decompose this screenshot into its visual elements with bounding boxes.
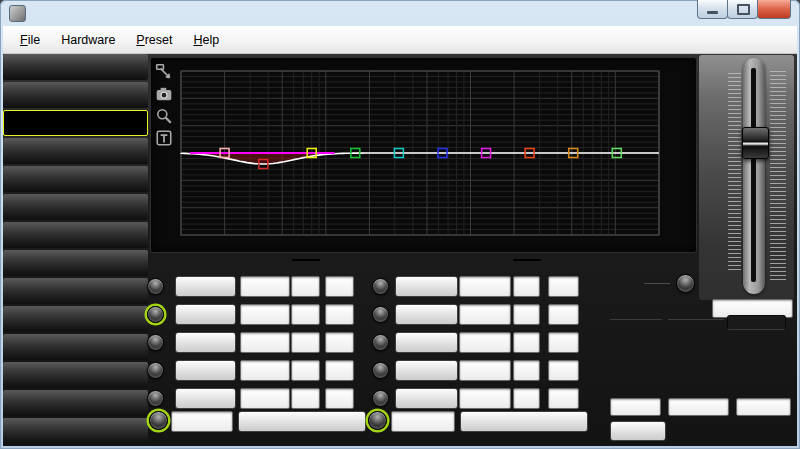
gain-fader-panel (699, 55, 794, 300)
eq-graph-panel (150, 57, 697, 253)
sidebar-item-in-3[interactable] (3, 166, 148, 192)
fader-groove (751, 68, 756, 282)
eq-l2-type-select[interactable] (175, 304, 236, 325)
delay-unit-select[interactable] (610, 421, 666, 441)
eq-r5-type-select[interactable] (395, 388, 458, 409)
eq-r3-freq-field[interactable] (459, 332, 511, 353)
eq-r1-q-field[interactable] (513, 276, 540, 297)
eq-l5-on-button[interactable] (147, 390, 164, 407)
eq-l5-type-select[interactable] (175, 388, 236, 409)
eq-l4-gain-field[interactable] (325, 360, 354, 381)
eq-l3-freq-field[interactable] (240, 332, 290, 353)
eq-r3-on-button[interactable] (372, 334, 389, 351)
limiter-threshold-display[interactable] (668, 398, 729, 416)
close-button[interactable] (757, 0, 791, 19)
fader-track[interactable] (743, 58, 765, 294)
eq-l2-gain-field[interactable] (325, 304, 354, 325)
eq-r2-freq-field[interactable] (459, 304, 511, 325)
lpf-freq-field[interactable] (391, 411, 455, 432)
eq-l3-gain-field[interactable] (325, 332, 354, 353)
eq-l5-freq-field[interactable] (240, 388, 290, 409)
eq-l4-freq-field[interactable] (240, 360, 290, 381)
title-bar[interactable] (0, 0, 800, 26)
menu-item-hardware[interactable]: Hardware (52, 29, 124, 51)
eq-r2-gain-field[interactable] (548, 304, 579, 325)
eq-r2-q-field[interactable] (513, 304, 540, 325)
eq-r3-gain-field[interactable] (548, 332, 579, 353)
eq-l4-type-select[interactable] (175, 360, 236, 381)
eq-l2-freq-field[interactable] (240, 304, 290, 325)
eq-l4-q-field[interactable] (291, 360, 320, 381)
eq-l4-on-button[interactable] (147, 362, 164, 379)
eq-l1-type-select[interactable] (175, 276, 236, 297)
eq-plot[interactable] (151, 58, 696, 252)
minimize-button[interactable] (697, 0, 728, 19)
eq-r1-gain-field[interactable] (548, 276, 579, 297)
eq-header-q (513, 259, 541, 261)
lpf-filter-select[interactable] (460, 411, 588, 432)
menu-item-help[interactable]: Help (184, 29, 228, 51)
eq-r1-type-select[interactable] (395, 276, 458, 297)
eq-r5-gain-field[interactable] (548, 388, 579, 409)
lpf-on-button[interactable] (368, 411, 387, 430)
compressor-label (727, 315, 786, 330)
eq-r5-q-field[interactable] (513, 388, 540, 409)
fader-tick-ladder-right (770, 71, 786, 283)
camera-icon[interactable] (155, 85, 173, 103)
eq-r3-q-field[interactable] (513, 332, 540, 353)
app-content (3, 54, 797, 446)
text-label-icon[interactable] (155, 129, 173, 147)
eq-l1-gain-field[interactable] (325, 276, 354, 297)
maximize-button[interactable] (727, 0, 758, 19)
delay-label (610, 316, 662, 320)
eq-r5-on-button[interactable] (372, 390, 389, 407)
eq-l2-q-field[interactable] (291, 304, 320, 325)
eq-l1-on-button[interactable] (147, 278, 164, 295)
gain-fader-handle[interactable] (742, 127, 769, 159)
mute-line (644, 283, 670, 284)
zoom-icon[interactable] (155, 107, 173, 125)
sidebar-item-in-1[interactable] (3, 110, 148, 136)
eq-r2-on-button[interactable] (372, 306, 389, 323)
eq-r2-type-select[interactable] (395, 304, 458, 325)
sidebar-item-out-2[interactable] (3, 250, 148, 276)
menu-item-file[interactable]: File (11, 29, 49, 51)
eq-r1-on-button[interactable] (372, 278, 389, 295)
eq-r4-q-field[interactable] (513, 360, 540, 381)
mute-button[interactable] (676, 274, 695, 293)
eq-l3-q-field[interactable] (291, 332, 320, 353)
sidebar-item-out-3[interactable] (3, 278, 148, 304)
sidebar-item-out-7[interactable] (3, 390, 148, 416)
eq-r4-type-select[interactable] (395, 360, 458, 381)
eq-r3-type-select[interactable] (395, 332, 458, 353)
hpf-freq-field[interactable] (171, 411, 233, 432)
sidebar-item-out-4[interactable] (3, 306, 148, 332)
sidebar-item-out-1[interactable] (3, 222, 148, 248)
eq-l5-q-field[interactable] (291, 388, 320, 409)
sidebar-item-in-2[interactable] (3, 138, 148, 164)
eq-l1-q-field[interactable] (291, 276, 320, 297)
eq-r5-freq-field[interactable] (459, 388, 511, 409)
hpf-on-button[interactable] (149, 411, 168, 430)
sidebar-item-out-8[interactable] (3, 418, 148, 444)
eq-r1-freq-field[interactable] (459, 276, 511, 297)
sidebar-item-in-4[interactable] (3, 194, 148, 220)
compressor-release-display[interactable] (736, 398, 791, 416)
menu-item-preset[interactable]: Preset (127, 29, 181, 51)
eq-l3-type-select[interactable] (175, 332, 236, 353)
eq-r4-on-button[interactable] (372, 362, 389, 379)
window-controls (698, 0, 791, 19)
sidebar-item-main[interactable] (3, 54, 148, 80)
sidebar-item-out-5[interactable] (3, 334, 148, 360)
eq-r4-gain-field[interactable] (548, 360, 579, 381)
eq-l5-gain-field[interactable] (325, 388, 354, 409)
sidebar-item-out-6[interactable] (3, 362, 148, 388)
eq-l2-on-button[interactable] (147, 306, 164, 323)
hpf-filter-select[interactable] (238, 411, 366, 432)
eq-l3-on-button[interactable] (147, 334, 164, 351)
sidebar-item-x-over[interactable] (3, 82, 148, 108)
delay-value-display[interactable] (610, 398, 661, 416)
eq-l1-freq-field[interactable] (240, 276, 290, 297)
pointer-icon[interactable] (155, 63, 173, 81)
eq-r4-freq-field[interactable] (459, 360, 511, 381)
